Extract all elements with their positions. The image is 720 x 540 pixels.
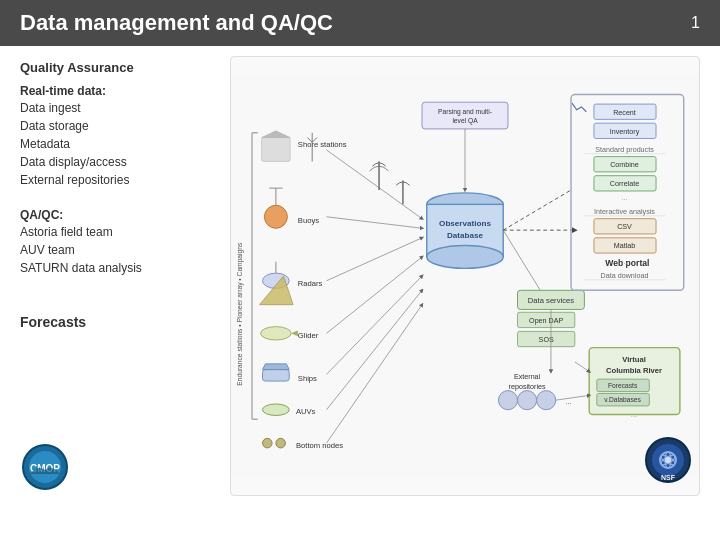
qaqc-section: QA/QC: Astoria field team AUV team SATUR… [20, 205, 220, 287]
list-item: Data ingest [20, 99, 220, 117]
inventory-text: Inventory [610, 128, 640, 136]
ships-text: Ships [298, 374, 317, 383]
open-dap-text: Open DAP [529, 317, 563, 325]
vdatabases-text: v.Databases [604, 396, 641, 403]
shore-stations-text: Shore stations [298, 140, 347, 149]
buoys-text: Buoys [298, 216, 319, 225]
list-item: Data storage [20, 117, 220, 135]
svg-rect-34 [422, 102, 508, 129]
list-item: Astoria field team [20, 223, 220, 241]
axis-label: Endurance stations • Pioneer array • Cam… [236, 242, 244, 386]
obs-db-text: Observations [439, 219, 491, 228]
radars-text: Radars [298, 279, 323, 288]
combine-text: Combine [610, 161, 639, 169]
diagram-svg: Endurance stations • Pioneer array • Cam… [231, 57, 699, 495]
sos-text: SOS [539, 336, 554, 344]
svg-rect-20 [263, 370, 290, 381]
left-panel: Quality Assurance Real-time data: Data i… [20, 56, 230, 496]
svg-text:NSF: NSF [661, 474, 676, 481]
content-area: Quality Assurance Real-time data: Data i… [0, 46, 720, 506]
parsing-text: Parsing and multi- [438, 108, 492, 116]
svg-text:...: ... [621, 257, 627, 266]
svg-point-78 [665, 457, 671, 463]
svg-point-22 [263, 404, 290, 415]
svg-marker-21 [263, 364, 290, 370]
realtime-section: Real-time data: Data ingest Data storage… [20, 81, 220, 199]
interactive-label-text: Interactive analysis [594, 208, 655, 216]
svg-point-24 [276, 438, 286, 448]
svg-text:repositories: repositories [509, 383, 546, 391]
cmop-logo-area: CMOP [20, 434, 220, 496]
svg-point-49 [518, 391, 537, 410]
external-repo-text: External [514, 373, 541, 381]
data-download-text: Data download [601, 272, 649, 280]
standard-products-text: Standard products [595, 146, 654, 154]
csv-text: CSV [617, 223, 632, 231]
matlab-text: Matlab [614, 242, 635, 250]
diagram-area: Endurance stations • Pioneer array • Cam… [230, 56, 700, 496]
svg-text:...: ... [631, 410, 637, 419]
recent-text: Recent [613, 109, 636, 117]
correlate-text: Correlate [610, 180, 639, 188]
svg-point-39 [427, 245, 503, 268]
svg-point-12 [264, 205, 287, 228]
svg-rect-7 [262, 138, 291, 162]
bottom-nodes-text: Bottom nodes [296, 441, 343, 450]
svg-text:Columbia River: Columbia River [606, 366, 662, 375]
forecasts-label-container: Forecasts [20, 313, 220, 331]
page-title: Data management and QA/QC [20, 10, 333, 36]
qaqc-list: Astoria field team AUV team SATURN data … [20, 223, 220, 277]
slide-number: 1 [691, 14, 700, 32]
svg-point-18 [261, 327, 292, 340]
svg-text:...: ... [621, 193, 627, 202]
svg-text:level QA: level QA [452, 117, 478, 125]
list-item: Metadata [20, 135, 220, 153]
svg-point-23 [263, 438, 273, 448]
auvs-text: AUVs [296, 407, 316, 416]
forecasts-label: Forecasts [20, 304, 86, 330]
svg-text:Database: Database [447, 231, 484, 240]
quality-assurance-title: Quality Assurance [20, 60, 220, 75]
realtime-title: Real-time data: [20, 84, 106, 98]
nst-logo-area: NSF [643, 435, 693, 489]
nst-logo-icon: NSF [643, 435, 693, 485]
svg-point-48 [498, 391, 517, 410]
vcr-forecasts-text: Forecasts [608, 382, 638, 389]
list-item: External repositories [20, 171, 220, 189]
list-item: SATURN data analysis [20, 259, 220, 277]
list-item: Data display/access [20, 153, 220, 171]
svg-point-50 [537, 391, 556, 410]
list-item: AUV team [20, 241, 220, 259]
glider-text: Glider [298, 331, 319, 340]
qaqc-title: QA/QC: [20, 208, 63, 222]
data-services-text: Data services [528, 296, 574, 305]
header-bar: Data management and QA/QC 1 [0, 0, 720, 46]
vcr-text: Virtual [622, 355, 646, 364]
realtime-list: Data ingest Data storage Metadata Data d… [20, 99, 220, 189]
cmop-logo-icon: CMOP [20, 442, 70, 492]
